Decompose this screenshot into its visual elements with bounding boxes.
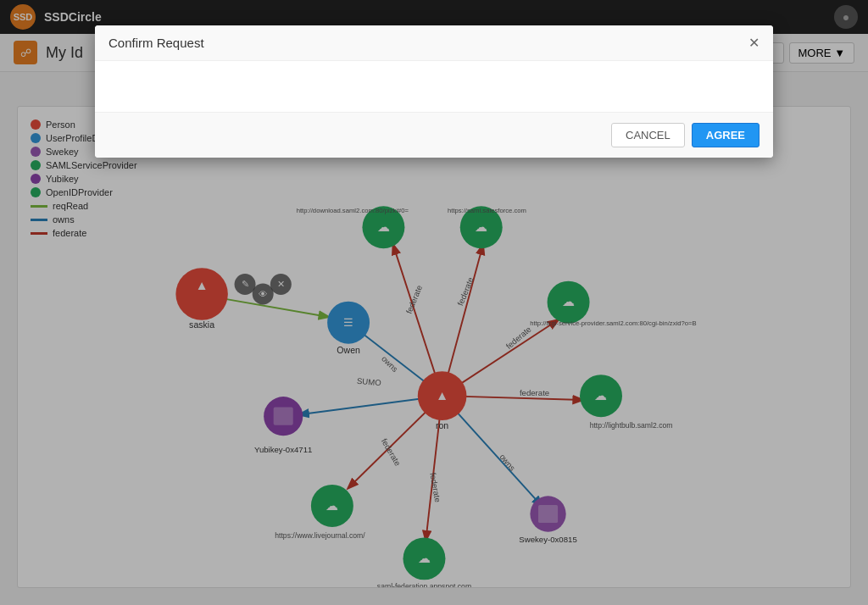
modal-body bbox=[95, 61, 773, 112]
modal-footer: CANCEL AGREE bbox=[95, 112, 773, 158]
cancel-button[interactable]: CANCEL bbox=[611, 123, 685, 147]
modal-overlay: Confirm Request ✕ CANCEL AGREE bbox=[0, 0, 868, 605]
agree-button[interactable]: AGREE bbox=[692, 123, 760, 147]
modal-title: Confirm Request bbox=[108, 36, 204, 50]
modal-close-button[interactable]: ✕ bbox=[748, 36, 760, 50]
confirm-modal: Confirm Request ✕ CANCEL AGREE bbox=[95, 25, 773, 158]
modal-header: Confirm Request ✕ bbox=[95, 25, 773, 61]
